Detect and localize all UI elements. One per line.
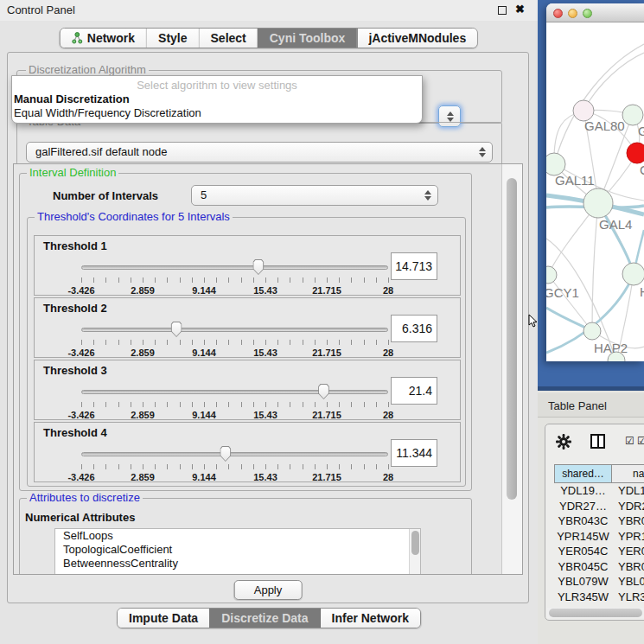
- slider-thumb[interactable]: [219, 446, 232, 462]
- cell-shared-name[interactable]: YER054C: [554, 544, 612, 559]
- threshold-slider[interactable]: -3.4262.8599.14415.4321.71528: [81, 383, 388, 418]
- column-header-name[interactable]: na: [612, 464, 644, 483]
- close-icon[interactable]: ✖: [515, 3, 525, 16]
- cell-shared-name[interactable]: YLR345W: [554, 590, 612, 605]
- threshold-value-field[interactable]: 21.4: [391, 377, 437, 405]
- attribute-item-topologicalcoefficient[interactable]: TopologicalCoefficient: [55, 543, 420, 557]
- table-row[interactable]: YLR345WYLR3: [554, 590, 644, 605]
- network-edge[interactable]: [548, 275, 592, 331]
- slider-thumb[interactable]: [252, 259, 265, 275]
- threshold-slider[interactable]: -3.4262.8599.14415.4321.71528: [81, 321, 388, 355]
- table-data-combobox[interactable]: galFiltered.sif default node: [26, 142, 493, 163]
- slider-track[interactable]: [81, 328, 388, 332]
- table-row[interactable]: YBR043CYBR0: [554, 513, 644, 529]
- cell-name[interactable]: YBR0: [612, 513, 644, 529]
- table-row[interactable]: YER054CYER0: [554, 544, 644, 559]
- algorithm-dropdown-popup: Select algorithm to view settings Manual…: [11, 75, 423, 124]
- settings-vertical-scrollbar[interactable]: [501, 164, 523, 574]
- zoom-traffic-light[interactable]: [583, 9, 592, 18]
- top-right-node[interactable]: [622, 105, 643, 125]
- attribute-list-scrollbar-thumb[interactable]: [411, 531, 419, 555]
- tab-label: Cyni Toolbox: [270, 31, 346, 45]
- numerical-attributes-list[interactable]: SelfLoopsTopologicalCoefficientBetweenne…: [54, 528, 421, 575]
- attributes-to-discretize-group: Attributes to discretize Numerical Attri…: [19, 498, 472, 575]
- attribute-item-betweennesscentrality[interactable]: BetweennessCentrality: [55, 557, 420, 571]
- table-horizontal-scrollbar[interactable]: [547, 608, 644, 618]
- split-column-icon[interactable]: [590, 434, 605, 449]
- tab-network[interactable]: Network: [61, 29, 146, 48]
- tab-select[interactable]: Select: [199, 29, 258, 48]
- slider-ticks: [81, 402, 388, 408]
- float-window-icon[interactable]: [498, 6, 507, 15]
- checkbox-icon[interactable]: ☑: [625, 436, 634, 446]
- slider-ticks: [81, 464, 388, 470]
- h-node[interactable]: [622, 263, 644, 285]
- threshold-slider[interactable]: -3.4262.8599.14415.4321.71528: [81, 258, 388, 293]
- table-row[interactable]: YIL052CYIL0: [554, 604, 644, 607]
- cell-shared-name[interactable]: YBR045C: [554, 559, 612, 575]
- close-traffic-light[interactable]: [553, 9, 563, 18]
- attribute-list-scrollbar[interactable]: [409, 529, 420, 575]
- cell-name[interactable]: YBR0: [612, 559, 644, 575]
- gcy1-node[interactable]: [546, 266, 557, 284]
- threshold-value-field[interactable]: 11.344: [391, 439, 437, 467]
- panel-title: Control Panel: [7, 3, 75, 16]
- table-row[interactable]: YBL079WYBL0: [554, 574, 644, 590]
- bottom-tab-bar: Impute DataDiscretize DataInfer Network: [117, 608, 421, 628]
- gal4-node[interactable]: [583, 188, 613, 218]
- cell-name[interactable]: YER0: [612, 544, 644, 559]
- cell-name[interactable]: YDL1: [612, 483, 644, 499]
- minimize-traffic-light[interactable]: [568, 9, 577, 18]
- apply-button[interactable]: Apply: [234, 580, 303, 600]
- cell-name[interactable]: YBL0: [612, 574, 644, 590]
- threshold-value-field[interactable]: 14.713: [391, 252, 437, 280]
- slider-track[interactable]: [81, 390, 388, 394]
- gear-icon[interactable]: [556, 434, 571, 450]
- node-label-ga: GA: [638, 124, 644, 138]
- table-row[interactable]: YDL19…YDL1: [554, 483, 644, 499]
- table-hscrollbar-thumb[interactable]: [549, 609, 642, 617]
- table-row[interactable]: YBR045CYBR0: [554, 559, 644, 575]
- table-row[interactable]: YPR145WYPR1: [554, 529, 644, 545]
- red-node[interactable]: [627, 143, 644, 163]
- slider-track[interactable]: [81, 265, 388, 270]
- slider-thumb[interactable]: [317, 384, 330, 399]
- combo-stepper-icon: [447, 112, 454, 122]
- cell-shared-name[interactable]: YDR27…: [554, 499, 612, 514]
- cell-shared-name[interactable]: YIL052C: [554, 604, 612, 607]
- tab-jactivemnodules[interactable]: jActiveMNodules: [356, 29, 477, 48]
- tab-discretize-data[interactable]: Discretize Data: [209, 609, 319, 628]
- dropdown-option-manual-discretization[interactable]: Manual Discretization: [12, 92, 422, 106]
- cell-name[interactable]: YLR3: [612, 590, 644, 605]
- settings-scrollbar-thumb[interactable]: [507, 178, 517, 500]
- number-of-intervals-value: 5: [201, 188, 207, 201]
- dropdown-option-equal-width-frequency-discretization[interactable]: Equal Width/Frequency Discretization: [12, 106, 422, 120]
- network-canvas[interactable]: GAL80GACGAL11GAL4GCY1HHAP2: [546, 22, 644, 361]
- cell-name[interactable]: YDR2: [612, 499, 644, 514]
- tab-cyni-toolbox[interactable]: Cyni Toolbox: [258, 29, 357, 48]
- cell-shared-name[interactable]: YPR145W: [554, 529, 612, 545]
- tab-impute-data[interactable]: Impute Data: [118, 609, 209, 628]
- dropdown-placeholder-option[interactable]: Select algorithm to view settings: [12, 79, 422, 92]
- cell-shared-name[interactable]: YBR043C: [554, 513, 612, 529]
- table-panel-titlebar: Table Panel: [538, 393, 644, 418]
- column-header-shared-name[interactable]: shared…: [554, 464, 612, 483]
- cell-name[interactable]: YPR1: [612, 529, 644, 545]
- checkbox-icon[interactable]: ☑: [637, 436, 644, 446]
- slider-thumb[interactable]: [170, 322, 183, 337]
- tab-infer-network[interactable]: Infer Network: [320, 609, 420, 628]
- node-label-h: H: [640, 284, 644, 299]
- threshold-slider[interactable]: -3.4262.8599.14415.4321.71528: [81, 445, 388, 480]
- number-of-intervals-spinner[interactable]: 5: [191, 185, 438, 206]
- cell-name[interactable]: YIL0: [612, 604, 644, 607]
- threshold-value-field[interactable]: 6.316: [391, 315, 437, 342]
- table-row[interactable]: YDR27…YDR2: [554, 499, 644, 514]
- cell-shared-name[interactable]: YBL079W: [554, 574, 612, 590]
- slider-ticks: [81, 277, 388, 284]
- attribute-item-selfloops[interactable]: SelfLoops: [55, 529, 420, 543]
- hap2-node[interactable]: [583, 322, 601, 340]
- cell-shared-name[interactable]: YDL19…: [554, 483, 612, 499]
- network-edge[interactable]: [583, 53, 644, 111]
- slider-track[interactable]: [81, 452, 388, 456]
- tab-style[interactable]: Style: [146, 29, 198, 48]
